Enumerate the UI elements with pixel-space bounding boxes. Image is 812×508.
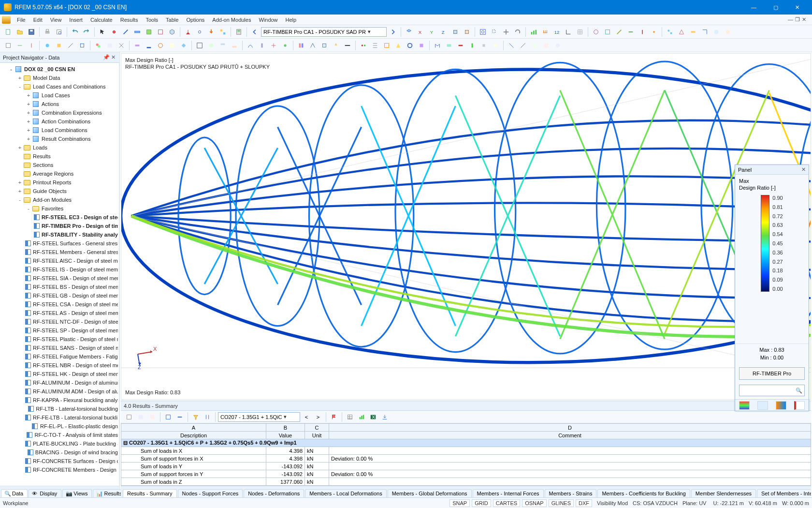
tree-item[interactable]: BRACING - Design of wind bracing: [1, 448, 118, 457]
tree-item[interactable]: +Action Combinations: [1, 117, 118, 126]
menu-help[interactable]: Help: [282, 16, 300, 24]
mdi-close-icon[interactable]: ✕: [802, 16, 806, 23]
menu-results[interactable]: Results: [117, 16, 142, 24]
tb2-btn-14-icon[interactable]: [167, 40, 177, 51]
color-scale-panel[interactable]: Panel ✕ Max Design Ratio [-] 0.900.810.7…: [735, 164, 809, 411]
header-value[interactable]: Value: [266, 432, 305, 439]
tb-misc-1-icon[interactable]: [591, 27, 601, 37]
tree-item[interactable]: RF-STEEL CSA - Design of steel members a…: [1, 300, 118, 309]
menu-window[interactable]: Window: [255, 16, 281, 24]
col-A[interactable]: A: [121, 424, 266, 432]
tb2-btn-34-icon[interactable]: [416, 40, 427, 51]
tb-misc-12-icon[interactable]: [723, 27, 733, 37]
tree-item[interactable]: -Favorites: [1, 204, 118, 213]
panel-tab-2-icon[interactable]: [757, 401, 768, 410]
tb-solid-icon[interactable]: [167, 27, 177, 37]
tb2-btn-25-icon[interactable]: [307, 40, 318, 51]
rtab-sets-internal[interactable]: Set of Members - Internal Forces: [757, 489, 811, 497]
tree-item[interactable]: RF-C-TO-T - Analysis of limit states: [1, 431, 118, 439]
menu-file[interactable]: File: [14, 16, 29, 24]
tb-toggle-numbering-icon[interactable]: 12: [551, 27, 562, 37]
tb2-btn-31-icon[interactable]: [381, 40, 392, 51]
tb2-btn-2-icon[interactable]: [14, 40, 25, 51]
tb2-btn-37-icon[interactable]: [455, 40, 466, 51]
tb-pointer-icon[interactable]: [97, 27, 108, 37]
results-tb-sort-icon[interactable]: [202, 412, 213, 422]
tb-misc-4-icon[interactable]: [625, 27, 636, 37]
panel-title-bar[interactable]: Panel ✕: [735, 165, 809, 175]
nav-tab-views[interactable]: 📷Views: [62, 489, 92, 497]
tb-rotate-icon[interactable]: [512, 27, 523, 37]
tree-item[interactable]: RF-STEEL IS - Design of steel members ac…: [1, 265, 118, 274]
tb2-btn-24-icon[interactable]: [296, 40, 306, 51]
tb-misc-7-icon[interactable]: [665, 27, 675, 37]
nav-tab-display[interactable]: 👁Display: [29, 489, 61, 497]
menu-insert[interactable]: Insert: [66, 16, 86, 24]
tree-item[interactable]: RF-ALUMINUM ADM - Design of aluminum mem…: [1, 387, 118, 396]
viewport-canvas[interactable]: [121, 54, 811, 399]
tb-member-icon[interactable]: [132, 27, 143, 37]
tree-item[interactable]: RF-CONCRETE Surfaces - Design of concret…: [1, 457, 118, 465]
results-tb-4-icon[interactable]: [163, 412, 174, 422]
tb-misc-2-icon[interactable]: [602, 27, 613, 37]
navigator-close-icon[interactable]: ✕: [110, 54, 116, 60]
tb2-btn-43-icon[interactable]: [529, 40, 540, 51]
tb2-btn-45-icon[interactable]: [552, 40, 563, 51]
rtab-members-localdef[interactable]: Members - Local Deformations: [305, 489, 386, 497]
maximize-button[interactable]: ▢: [765, 0, 786, 15]
col-C[interactable]: C: [305, 424, 329, 432]
header-description[interactable]: Description: [121, 432, 266, 439]
tree-item[interactable]: Sections: [1, 161, 118, 169]
tree-item[interactable]: RF-STEEL NTC-DF - Design of steel member…: [1, 317, 118, 326]
tree-item[interactable]: RF-STEEL Surfaces - General stress analy…: [1, 239, 118, 248]
tb2-btn-9-icon[interactable]: [104, 40, 115, 51]
tb-module-prev-icon[interactable]: [249, 27, 260, 37]
tree-item[interactable]: RF-STEEL GB - Design of steel members ac…: [1, 291, 118, 300]
tb-opening-icon[interactable]: [155, 27, 166, 37]
rtab-members-globaldef[interactable]: Members - Global Deformations: [388, 489, 472, 497]
tb-toggle-results-icon[interactable]: [528, 27, 539, 37]
tb2-btn-6-icon[interactable]: [65, 40, 76, 51]
results-combo[interactable]: CO207 - 1.35G1 + 1.5QiC▾: [218, 412, 300, 422]
tb2-btn-29-icon[interactable]: [358, 40, 369, 51]
tree-item[interactable]: RF-STEEL SP - Design of steel members ac…: [1, 326, 118, 335]
tb-toggle-axes-icon[interactable]: [563, 27, 574, 37]
menu-tools[interactable]: Tools: [142, 16, 161, 24]
tree-root[interactable]: - DOX 02 _00 CSN EN: [1, 65, 118, 74]
results-tb-filter-icon[interactable]: [190, 412, 201, 422]
status-dxf[interactable]: DXF: [576, 499, 592, 507]
menu-view[interactable]: View: [47, 16, 65, 24]
tb2-btn-5-icon[interactable]: [54, 40, 64, 51]
panel-find-button[interactable]: 🔍: [739, 385, 805, 396]
tb2-btn-18-icon[interactable]: [218, 40, 228, 51]
tb2-btn-8-icon[interactable]: [93, 40, 103, 51]
status-glines[interactable]: GLINES: [549, 499, 574, 507]
tb-toggle-grid-icon[interactable]: [575, 27, 585, 37]
tree-item[interactable]: +Loads: [1, 143, 118, 152]
tb2-btn-42-icon[interactable]: [518, 40, 528, 51]
tree-item[interactable]: PLATE-BUCKLING - Plate buckling analysis: [1, 439, 118, 448]
tb-load-combination-icon[interactable]: [218, 27, 228, 37]
tb2-btn-20-icon[interactable]: [245, 40, 256, 51]
tb2-btn-7-icon[interactable]: [77, 40, 87, 51]
results-tb-5-icon[interactable]: [174, 412, 185, 422]
tree-item[interactable]: +Actions: [1, 100, 118, 108]
results-group[interactable]: ⊟ CO207 - 1.35G1 + 1.5QiC6 + P + 1.35G2 …: [121, 439, 811, 447]
results-tb-excel-icon[interactable]: X: [368, 412, 378, 422]
tree-item[interactable]: RF-FE-LTB - Lateral-torsional buckling: [1, 413, 118, 422]
tree-item[interactable]: Average Regions: [1, 169, 118, 178]
menu-edit[interactable]: Edit: [30, 16, 46, 24]
tree-item[interactable]: +Result Combinations: [1, 134, 118, 143]
close-button[interactable]: ✕: [786, 0, 808, 15]
tree-item[interactable]: RF-EL-PL - Elastic-plastic design: [1, 422, 118, 431]
rtab-members-buckling[interactable]: Members - Coefficients for Buckling: [597, 489, 690, 497]
menu-options[interactable]: Options: [183, 16, 208, 24]
tb2-btn-32-icon[interactable]: [393, 40, 404, 51]
tb-view-back-icon[interactable]: [462, 27, 472, 37]
tb-surface-icon[interactable]: [144, 27, 154, 37]
tb2-btn-33-icon[interactable]: [405, 40, 415, 51]
results-grid[interactable]: A B C D Description Value Unit Comment: [121, 423, 811, 486]
tree-item[interactable]: RF-ALUMINUM - Design of aluminum members: [1, 378, 118, 387]
tree-item[interactable]: RF-STEEL SANS - Design of steel members …: [1, 344, 118, 352]
model-viewport[interactable]: Max Design Ratio [-] RF-TIMBER Pro CA1 -…: [121, 53, 811, 400]
